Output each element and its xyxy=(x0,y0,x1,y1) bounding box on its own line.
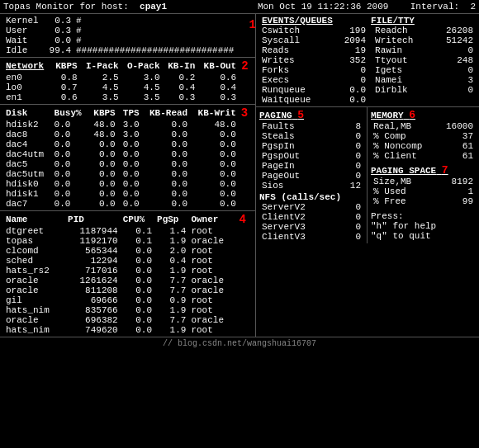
disk-cell: 0.0 xyxy=(52,179,88,189)
paging-col: PAGING 5 Faults8Steals0PgspIn0PgspOut0Pa… xyxy=(256,107,368,243)
process-cell: 1261624 xyxy=(65,276,121,285)
process-cell: oracle xyxy=(188,315,236,325)
disk-cell: 0.0 xyxy=(52,149,88,159)
disk-row: hdisk10.00.00.00.00.0 xyxy=(3,189,252,199)
disk-cell: hdisk1 xyxy=(3,189,52,199)
paging-space-label: % Used xyxy=(371,186,435,196)
process-cell: 0.1 xyxy=(121,236,154,246)
process-row: dtgreet11879440.11.4root xyxy=(3,226,252,236)
events-value: 2094 xyxy=(332,35,368,45)
process-cell: hats_rs2 xyxy=(3,266,65,276)
events-label: Runqueue xyxy=(259,85,332,95)
disk-cell: 0.0 xyxy=(190,149,239,159)
process-cell: 1.9 xyxy=(154,266,188,276)
section-label-1: 1 xyxy=(249,18,256,31)
header-right: Mon Oct 19 11:22:36 2009 Interval: 2 xyxy=(258,2,476,12)
network-th: O-Pack xyxy=(121,59,163,73)
cpu-value: 99.4 xyxy=(45,45,74,55)
nfs-row: ServerV20 xyxy=(259,202,363,212)
cpu-section: Kernel0.3# User0.3#Wait0.0#Idle99.4#####… xyxy=(0,14,255,58)
disk-cell: 0.0 xyxy=(142,139,191,149)
disk-cell: 0.0 xyxy=(88,189,117,199)
process-row: topas11921700.11.9oracle xyxy=(3,236,252,246)
paging-row: PageIn0 xyxy=(259,161,363,171)
network-row: lo00.74.54.50.40.4 xyxy=(3,83,252,92)
proc-th: PID xyxy=(65,213,121,226)
process-cell: dtgreet xyxy=(3,226,65,236)
disk-cell: hdisk2 xyxy=(3,120,52,130)
memory-row: % Client61 xyxy=(371,151,476,161)
process-cell: 0.9 xyxy=(154,295,188,305)
paging-row: Faults8 xyxy=(259,121,363,131)
cpu-label: User xyxy=(3,26,45,35)
process-cell: oracle xyxy=(3,276,65,285)
events-label: Reads xyxy=(259,45,332,55)
disk-row: dac70.00.00.00.00.0 xyxy=(3,199,252,209)
filetty-label: Namei xyxy=(368,75,432,85)
process-cell: root xyxy=(188,325,236,335)
disk-th: Disk xyxy=(3,106,52,120)
disk-cell: dac4utm xyxy=(3,149,52,159)
paging-value: 8 xyxy=(335,121,363,131)
network-cell: 4.5 xyxy=(121,83,163,92)
disk-cell: 3.0 xyxy=(118,130,142,139)
filetty-label: Readch xyxy=(368,26,432,35)
memory-row: Real,MB16000 xyxy=(371,121,476,131)
filetty-label xyxy=(368,95,432,105)
process-cell: gil xyxy=(3,295,65,305)
process-cell: 811208 xyxy=(65,285,121,295)
process-cell: oracle xyxy=(3,285,65,295)
header-interval-label: Interval: xyxy=(410,2,459,12)
disk-cell: 0.0 xyxy=(142,130,191,139)
network-cell: 0.3 xyxy=(163,92,198,102)
disk-cell: 0.0 xyxy=(190,179,239,189)
topas-monitor: Topas Monitor for host: cpay1 Mon Oct 19… xyxy=(0,0,479,350)
cpu-label: Wait xyxy=(3,35,45,45)
events-row: Forks0Igets0 xyxy=(259,65,476,75)
disk-cell: 0.0 xyxy=(52,130,88,139)
disk-cell: 0.0 xyxy=(52,159,88,169)
header-date: Mon Oct 19 11:22:36 2009 xyxy=(258,2,388,12)
paging-label: PgspIn xyxy=(259,141,335,151)
cpu-value: 0.3 xyxy=(45,26,74,35)
paging-row: Sios12 xyxy=(259,181,363,191)
paging-space-label: Size,MB xyxy=(371,177,435,186)
network-cell: 0.4 xyxy=(163,83,198,92)
watermark: // blog.csdn.net/wangshuai16707 xyxy=(0,337,479,350)
process-cell: 0.0 xyxy=(121,315,154,325)
nfs-label: ClientV3 xyxy=(259,232,345,242)
cpu-row: Wait0.0# xyxy=(3,35,252,45)
filetty-label: Ttyout xyxy=(368,55,432,65)
process-cell: 749620 xyxy=(65,325,121,335)
process-cell: 1187944 xyxy=(65,226,121,236)
cpu-bar: # xyxy=(74,16,252,26)
disk-cell: 0.0 xyxy=(190,199,239,209)
process-row: oracle6963820.07.7oracle xyxy=(3,315,252,325)
disk-cell: 0.0 xyxy=(190,189,239,199)
nfs-label: ClientV2 xyxy=(259,212,345,222)
disk-cell: 0.0 xyxy=(88,149,117,159)
events-label: Forks xyxy=(259,65,332,75)
process-row: hats_nim8357660.01.9root xyxy=(3,305,252,315)
filetty-value: 0 xyxy=(432,85,476,95)
disk-cell: 0.0 xyxy=(52,189,88,199)
paging-memory-grid: PAGING 5 Faults8Steals0PgspIn0PgspOut0Pa… xyxy=(256,107,479,243)
paging-value: 0 xyxy=(335,151,363,161)
disk-cell: 0.0 xyxy=(88,199,117,209)
process-cell: 1.9 xyxy=(154,236,188,246)
process-section: NamePIDCPU%PgSpOwner4 dtgreet11879440.11… xyxy=(0,211,255,337)
nfs-row: ServerV30 xyxy=(259,222,363,232)
paging-space-row: % Used1 xyxy=(371,186,476,196)
network-th: KB-Out xyxy=(197,59,239,73)
disk-table: DiskBusy%KBPSTPSKB-ReadKB-Writ3 hdisk20.… xyxy=(3,106,252,209)
paging-space-label: % Free xyxy=(371,196,435,206)
disk-row: dac50.00.00.00.00.0 xyxy=(3,159,252,169)
process-cell: 0.0 xyxy=(121,325,154,335)
disk-cell: hdisk0 xyxy=(3,179,52,189)
network-row: en00.82.53.00.20.6 xyxy=(3,73,252,83)
proc-th: Owner xyxy=(188,213,236,226)
disk-cell: 0.0 xyxy=(142,199,191,209)
events-table: EVENTS/QUEUESFILE/TTY Cswitch199Readch26… xyxy=(259,16,476,105)
network-header-row: NetworkKBPSI-PackO-PackKB-InKB-Out2 xyxy=(3,59,252,73)
network-th: I-Pack xyxy=(80,59,121,73)
